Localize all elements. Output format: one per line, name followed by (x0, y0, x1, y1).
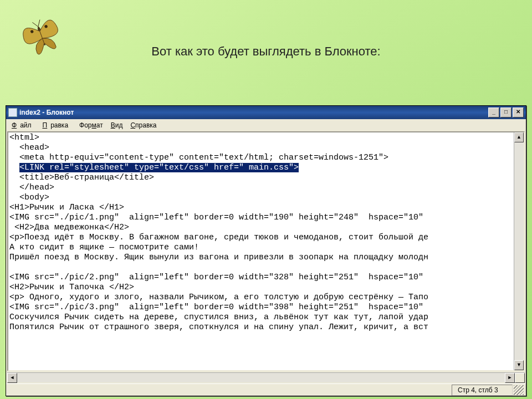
notepad-window: index2 - Блокнот _ □ ✕ Файл Правка Форма… (6, 105, 526, 396)
menu-edit[interactable]: Правка (39, 120, 75, 130)
scroll-track[interactable] (514, 142, 524, 360)
svg-line-3 (32, 21, 38, 28)
maximize-button[interactable]: □ (500, 108, 511, 117)
slide-caption: Вот как это будет выглядеть в Блокноте: (0, 44, 532, 59)
menubar: Файл Правка Формат Вид Справка (6, 119, 526, 131)
statusbar: Стр 4, стлб 3 (6, 383, 526, 396)
vertical-scrollbar[interactable]: ▲ ▼ (514, 132, 524, 370)
scroll-down-button[interactable]: ▼ (514, 360, 524, 370)
minimize-button[interactable]: _ (488, 108, 499, 117)
menu-file[interactable]: Файл (8, 120, 38, 130)
scroll-left-button[interactable]: ◄ (7, 373, 17, 383)
horizontal-scrollbar[interactable]: ◄ ► (7, 372, 525, 382)
hscroll-track[interactable] (17, 373, 505, 382)
menu-view[interactable]: Вид (108, 120, 126, 130)
notepad-icon (8, 108, 17, 117)
window-titlebar[interactable]: index2 - Блокнот _ □ ✕ (6, 106, 526, 119)
editor-area: <html> <head> <meta http-equiv="content-… (7, 131, 525, 371)
scroll-up-button[interactable]: ▲ (514, 132, 524, 142)
menu-help[interactable]: Справка (127, 120, 160, 130)
slide-background: Вот как это будет выглядеть в Блокноте: … (0, 0, 532, 399)
selected-text: <LINK rel="stylesheet" type="text/css" h… (19, 163, 299, 172)
scroll-corner (515, 373, 525, 383)
resize-grip[interactable] (514, 385, 524, 395)
scroll-right-button[interactable]: ► (505, 373, 515, 383)
window-title: index2 - Блокнот (19, 109, 488, 116)
text-editor[interactable]: <html> <head> <meta http-equiv="content-… (8, 132, 514, 370)
close-button[interactable]: ✕ (513, 108, 524, 117)
menu-format[interactable]: Формат (76, 120, 106, 130)
cursor-position: Стр 4, стлб 3 (452, 385, 513, 396)
